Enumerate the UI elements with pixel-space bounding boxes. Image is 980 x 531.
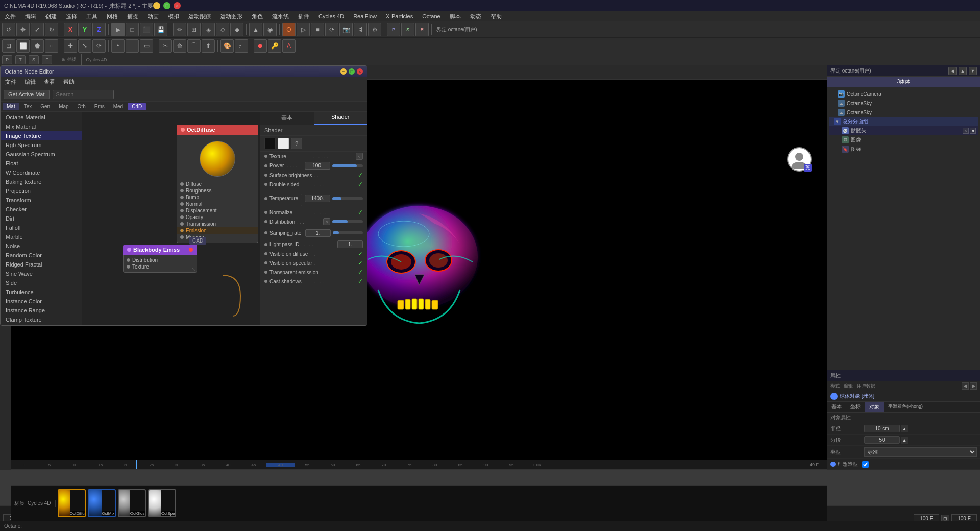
props-input-radius[interactable]: [864, 425, 900, 432]
move-tool[interactable]: ✚: [64, 39, 77, 53]
mat-thumb-octglos[interactable]: OctGlos: [118, 489, 146, 517]
menu-dynamics[interactable]: 动态: [469, 13, 483, 20]
view-top[interactable]: T: [15, 55, 26, 64]
psr-r[interactable]: R: [415, 23, 429, 36]
sr-check-te[interactable]: ✓: [358, 269, 363, 276]
rp-item-octanesky1[interactable]: ☁ OctaneSky: [829, 99, 978, 108]
sr-check-vd[interactable]: ✓: [358, 250, 363, 257]
menu-cycles4d[interactable]: Cycles 4D: [317, 13, 346, 19]
props-tab-coords[interactable]: 坐标: [846, 402, 865, 412]
ne-tab-med[interactable]: Med: [109, 103, 127, 110]
sr-check-norm[interactable]: ✓: [358, 209, 363, 216]
port-dot-bump[interactable]: [180, 196, 184, 199]
props-tab-basic[interactable]: 基本: [827, 402, 846, 412]
sr-slider-dist[interactable]: [332, 220, 363, 223]
window-controls[interactable]: − □ ×: [153, 2, 181, 9]
sr-check-vs[interactable]: ✓: [358, 259, 363, 267]
menu-capture[interactable]: 捕捉: [126, 13, 140, 20]
nl-sine-wave[interactable]: Sine Wave: [1, 269, 82, 278]
sr-dot-power[interactable]: [264, 164, 267, 167]
node-canvas[interactable]: OctDiffuse Diffuse Roughness: [82, 112, 260, 325]
sr-slider-power[interactable]: [332, 164, 363, 167]
tool-scale[interactable]: ⤢: [31, 23, 44, 36]
close-button[interactable]: ×: [174, 2, 181, 9]
rp-item-octanecamera[interactable]: 📷 OctaneCamera: [829, 89, 978, 99]
nl-float[interactable]: Float: [1, 159, 82, 168]
sr-socket-dist[interactable]: ○: [323, 218, 330, 225]
oct-btn4[interactable]: ⟳: [325, 23, 338, 36]
nl-side[interactable]: Side: [1, 278, 82, 287]
ne-min[interactable]: −: [340, 68, 347, 75]
sr-slider-temp[interactable]: [332, 197, 363, 200]
ne-controls[interactable]: − □ ×: [340, 68, 363, 75]
mat-thumb-octspe[interactable]: OctSpe: [148, 489, 176, 517]
select-all[interactable]: ⊡: [2, 39, 15, 53]
nl-instance-color[interactable]: Instance Color: [1, 297, 82, 306]
menu-simulate[interactable]: 模拟: [166, 13, 181, 20]
rp-item-skull[interactable]: 💀 骷髅头 ○ ◆: [829, 126, 978, 135]
ne-tab-c4d[interactable]: C4D: [128, 103, 146, 110]
sr-dot-vd[interactable]: [264, 252, 267, 255]
oct-btn2[interactable]: ▷: [297, 23, 310, 36]
props-select-type[interactable]: 标准: [864, 447, 977, 457]
ruler-track[interactable]: 0 5 10 15 20 25 30 35 40 45 49 55 60 65 …: [11, 460, 801, 469]
menu-plugins[interactable]: 插件: [297, 13, 311, 20]
sp-tab-shader[interactable]: Shader: [314, 112, 368, 125]
nl-clamp-texture[interactable]: Clamp Texture: [1, 315, 82, 324]
nl-turbulence[interactable]: Turbulence: [1, 287, 82, 297]
material-mgr[interactable]: 🎨: [220, 39, 234, 53]
select-rect[interactable]: ⬜: [16, 39, 30, 53]
tool-rotate[interactable]: ↻: [45, 23, 58, 36]
ne-menu-help[interactable]: 帮助: [62, 78, 76, 86]
snap-vert[interactable]: ◈: [202, 23, 215, 36]
port-dot-distribution[interactable]: [127, 258, 130, 262]
shader-icon-white[interactable]: [278, 138, 289, 149]
nl-color-correction[interactable]: Color Correction: [1, 324, 82, 325]
node-delete-blackbody[interactable]: [189, 248, 193, 252]
anim-key[interactable]: 🔑: [268, 39, 281, 53]
sr-dot-lp[interactable]: [264, 243, 267, 246]
bridge-tool[interactable]: ⌒: [187, 39, 201, 53]
render-preview[interactable]: ▶: [111, 23, 125, 36]
nl-baking-texture[interactable]: Baking texture: [1, 177, 82, 186]
sr-dot-sb[interactable]: [264, 174, 267, 177]
point-mode[interactable]: •: [111, 39, 125, 53]
nl-transform[interactable]: Transform: [1, 196, 82, 205]
menu-select[interactable]: 选择: [64, 13, 79, 20]
node-editor-titlebar[interactable]: Octane Node Editor − □ ×: [1, 66, 367, 77]
oct-btn5[interactable]: 📷: [339, 23, 353, 36]
minimize-button[interactable]: −: [153, 2, 160, 9]
rp-item-groupface[interactable]: ▼ 总分分面组: [829, 117, 978, 126]
snap-face[interactable]: ◆: [230, 23, 243, 36]
nl-mix-mat[interactable]: Mix Material: [1, 122, 82, 131]
sr-dot-cs[interactable]: [264, 280, 267, 283]
nl-w-coordinate[interactable]: W Coordinate: [1, 168, 82, 177]
oct-btn7[interactable]: ⚙: [368, 23, 381, 36]
sr-dot-te[interactable]: [264, 271, 267, 274]
ne-tab-map[interactable]: Map: [55, 103, 72, 110]
menu-animate[interactable]: 动画: [146, 13, 160, 20]
sp-tab-basic[interactable]: 基本: [260, 112, 314, 125]
menu-motion-track[interactable]: 运动跟踪: [187, 13, 212, 20]
sr-input-power[interactable]: [305, 162, 330, 170]
sculpt-mode[interactable]: ◉: [263, 23, 277, 36]
rp-tab-3d[interactable]: 3体体: [827, 77, 980, 87]
menu-help[interactable]: 帮助: [489, 13, 503, 20]
knife-tool[interactable]: ✂: [159, 39, 172, 53]
nl-instance-range[interactable]: Instance Range: [1, 306, 82, 315]
nl-dirt[interactable]: Dirt: [1, 214, 82, 223]
props-btn-prev[interactable]: ◀: [962, 382, 969, 390]
sr-dot-dist[interactable]: [264, 220, 267, 223]
model-mode[interactable]: ▲: [249, 23, 262, 36]
psr-p[interactable]: P: [387, 23, 400, 36]
ne-menu-view[interactable]: 查看: [42, 78, 57, 86]
sr-dot-vs[interactable]: [264, 261, 267, 264]
props-btn-next[interactable]: ▶: [970, 382, 977, 390]
rotate-tool[interactable]: ⟳: [92, 39, 106, 53]
sr-dot-temp[interactable]: [264, 197, 267, 200]
rp-item-image[interactable]: 🖼 图像: [829, 135, 978, 144]
menu-create[interactable]: 创建: [44, 13, 58, 20]
node-blackbody[interactable]: Blackbody Emiss Distribution Texture: [123, 245, 197, 273]
menu-edit[interactable]: 编辑: [23, 13, 38, 20]
get-active-mat-button[interactable]: Get Active Mat: [4, 90, 50, 99]
